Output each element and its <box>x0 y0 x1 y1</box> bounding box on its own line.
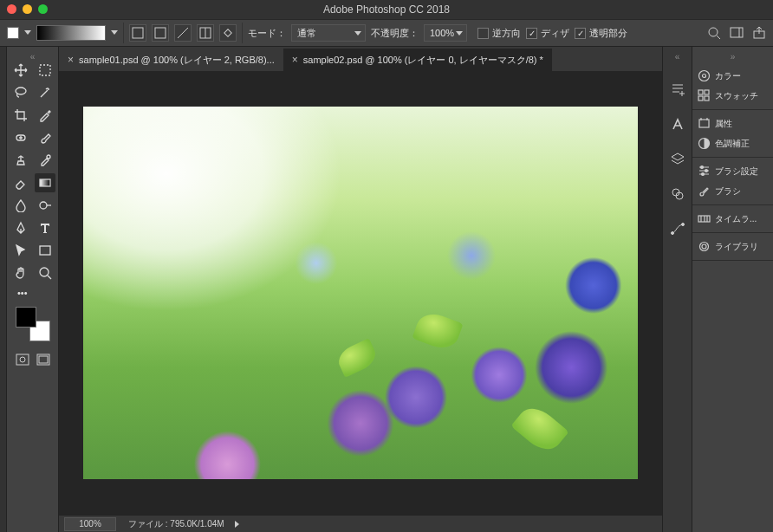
paths-icon[interactable] <box>669 220 686 237</box>
divider <box>242 23 243 43</box>
character-icon[interactable] <box>669 116 686 133</box>
blend-mode-select[interactable]: 通常 <box>291 24 366 42</box>
toolbar-handle[interactable]: « <box>10 52 55 61</box>
rectangle-tool[interactable] <box>35 241 55 260</box>
quick-mask-icon[interactable] <box>16 354 29 366</box>
svg-rect-8 <box>731 28 743 37</box>
dodge-tool[interactable] <box>35 196 55 215</box>
foreground-color-swatch[interactable] <box>16 307 36 328</box>
clone-stamp-tool[interactable] <box>10 151 31 170</box>
magic-wand-tool[interactable] <box>35 83 55 102</box>
brush-settings-panel-tab[interactable]: ブラシ設定 <box>692 161 773 181</box>
svg-rect-15 <box>40 179 50 186</box>
timeline-panel-tab[interactable]: タイムラ... <box>692 209 773 229</box>
crop-tool[interactable] <box>10 106 31 125</box>
dither-option[interactable]: ディザ <box>526 27 569 40</box>
properties-panel-tab[interactable]: 属性 <box>692 114 773 133</box>
reverse-option[interactable]: 逆方向 <box>477 27 521 40</box>
color-swatches[interactable] <box>16 307 50 341</box>
timeline-icon <box>698 212 711 225</box>
chevron-down-icon <box>354 31 361 36</box>
libraries-panel-tab[interactable]: ライブラリ <box>692 237 773 256</box>
dock-collapse-handle[interactable]: « <box>675 52 680 64</box>
gradient-radial-button[interactable] <box>152 24 169 42</box>
gradient-angle-button[interactable] <box>174 24 192 42</box>
svg-point-41 <box>702 244 706 249</box>
document-tab[interactable]: × sample02.psd @ 100% (レイヤー 0, レイヤーマスク/8… <box>283 49 552 71</box>
tool-preset-picker[interactable] <box>7 27 19 39</box>
color-panel-tab[interactable]: カラー <box>692 66 773 86</box>
blur-tool[interactable] <box>10 196 31 215</box>
share-icon[interactable] <box>752 26 766 40</box>
opacity-select[interactable]: 100% <box>424 24 467 42</box>
main-area: « ••• <box>0 47 773 532</box>
right-collapsed-dock: « <box>662 47 692 532</box>
divider <box>123 23 124 43</box>
move-tool[interactable] <box>10 61 31 80</box>
gradient-tool[interactable] <box>35 173 55 192</box>
brush-tool[interactable] <box>35 128 55 147</box>
canvas-viewport[interactable] <box>59 71 662 515</box>
svg-rect-33 <box>705 96 709 101</box>
window-titlebar: Adobe Photoshop CC 2018 <box>0 0 773 19</box>
healing-brush-tool[interactable] <box>10 128 31 147</box>
type-tool[interactable] <box>35 218 55 237</box>
swatches-panel-tab[interactable]: スウォッチ <box>692 86 773 106</box>
zoom-window-button[interactable] <box>38 4 48 14</box>
svg-point-6 <box>709 28 718 36</box>
panel-group: タイムラ... <box>692 205 773 233</box>
path-selection-tool[interactable] <box>10 241 31 260</box>
canvas[interactable] <box>83 107 638 479</box>
tools-panel: « ••• <box>7 47 59 532</box>
gradient-linear-button[interactable] <box>129 24 146 42</box>
zoom-level-field[interactable]: 100% <box>64 517 116 531</box>
close-window-button[interactable] <box>7 4 16 14</box>
gradient-picker[interactable] <box>36 25 106 41</box>
edit-toolbar-button[interactable]: ••• <box>10 288 55 298</box>
screen-mode-icon[interactable] <box>36 354 50 366</box>
brushes-panel-tab[interactable]: ブラシ <box>692 181 773 201</box>
properties-icon <box>698 117 711 130</box>
pen-tool[interactable] <box>10 218 31 237</box>
panel-collapse-handle[interactable]: » <box>692 52 773 62</box>
eraser-tool[interactable] <box>10 173 31 192</box>
transparency-option[interactable]: 透明部分 <box>575 27 627 40</box>
svg-rect-34 <box>699 120 709 127</box>
svg-line-19 <box>48 276 51 279</box>
right-panels: » カラー スウォッチ 属性 色調補正 ブラシ設定 <box>692 47 773 532</box>
minimize-window-button[interactable] <box>23 4 32 14</box>
color-wheel-icon <box>698 69 711 82</box>
tab-label: sample02.psd @ 100% (レイヤー 0, レイヤーマスク/8) … <box>303 54 543 67</box>
transparency-label: 透明部分 <box>589 27 627 40</box>
workspace-icon[interactable] <box>730 26 744 40</box>
zoom-tool[interactable] <box>35 263 55 282</box>
disclosure-icon[interactable] <box>235 521 239 528</box>
document-info[interactable]: ファイル : 795.0K/1.04M <box>121 518 231 530</box>
close-icon[interactable]: × <box>292 54 298 66</box>
checkbox-icon <box>477 28 489 39</box>
gradient-diamond-button[interactable] <box>219 24 237 42</box>
document-tab[interactable]: × sample01.psd @ 100% (レイヤー 2, RGB/8)... <box>59 49 283 71</box>
brush-settings-icon <box>698 165 711 178</box>
panel-label: ライブラリ <box>715 241 758 253</box>
svg-rect-23 <box>39 356 48 363</box>
eyedropper-tool[interactable] <box>35 106 55 125</box>
marquee-tool[interactable] <box>35 61 55 80</box>
paragraph-styles-icon[interactable] <box>669 81 686 99</box>
close-icon[interactable]: × <box>68 54 74 66</box>
lasso-tool[interactable] <box>10 83 31 102</box>
hand-tool[interactable] <box>10 263 31 282</box>
left-collapsed-dock[interactable] <box>0 47 7 532</box>
search-icon[interactable] <box>707 26 721 40</box>
channels-icon[interactable] <box>669 185 686 203</box>
opacity-label: 不透明度： <box>371 27 419 40</box>
tab-label: sample01.psd @ 100% (レイヤー 2, RGB/8)... <box>79 54 275 67</box>
svg-point-38 <box>702 173 705 176</box>
layers-icon[interactable] <box>669 151 686 168</box>
adjustments-panel-tab[interactable]: 色調補正 <box>692 133 773 153</box>
adjustments-icon <box>698 137 711 150</box>
history-brush-tool[interactable] <box>35 151 55 170</box>
gradient-reflected-button[interactable] <box>197 24 214 42</box>
status-bar: 100% ファイル : 795.0K/1.04M <box>59 515 662 532</box>
svg-point-14 <box>47 155 50 159</box>
